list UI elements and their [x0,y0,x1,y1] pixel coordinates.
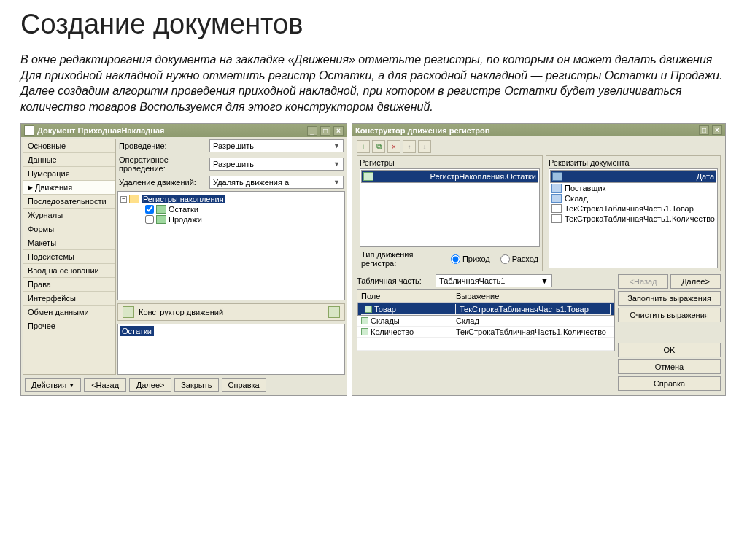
tabular-part-label: Табличная часть: [357,276,431,285]
radio-prihod[interactable]: Приход [451,254,490,264]
clear-expressions-button[interactable]: Очистить выражения [618,308,721,322]
tree-root-label[interactable]: Регистры накопления [142,195,225,203]
nav-interfeisy[interactable]: Интерфейсы [23,292,115,306]
movements-constructor-window: Конструктор движения регистров □ × + ⧉ ×… [352,123,726,396]
move-down-button[interactable]: ↓ [418,140,431,153]
move-up-button[interactable]: ↑ [403,140,416,153]
nav-numeratsiya[interactable]: Нумерация [23,167,115,181]
list-item-ostatki[interactable]: Остатки [120,326,154,336]
table-row[interactable]: Количество ТекСтрокаТабличнаяЧасть1.Коли… [357,327,614,338]
radio-rashod[interactable]: Расход [500,254,538,264]
maximize-button[interactable]: □ [699,125,709,135]
nav-prochee[interactable]: Прочее [23,319,115,333]
plus-register-icon [363,172,374,181]
constructor-icon [123,306,134,318]
help-button[interactable]: Справка [222,378,266,392]
chevron-down-icon: ▼ [333,142,340,149]
next-button[interactable]: Далее> [670,274,721,289]
tree-collapse-icon[interactable]: − [120,196,127,203]
oper-select[interactable]: Разрешить▼ [209,158,344,171]
wizard-icon[interactable] [328,306,340,318]
ok-button[interactable]: OK [618,343,721,357]
registers-panel-list: РегистрНакопления.Остатки [360,168,540,247]
close-button[interactable]: × [333,126,344,136]
oper-label: Оперативное проведение: [119,155,205,173]
rekv-item-tovar[interactable]: ТекСтрокаТабличнаяЧасть1.Товар [550,203,716,214]
ref-icon [551,194,562,203]
date-icon [552,172,562,181]
field-icon [361,317,368,324]
nav-vvod[interactable]: Ввод на основании [23,264,115,278]
registers-panel-label: Регистры [360,158,540,167]
fill-expressions-button[interactable]: Заполнить выражения [618,291,721,306]
nav-formy[interactable]: Формы [23,222,115,236]
col-header-field: Поле [357,290,452,303]
register-icon [156,205,166,214]
window-title: Конструктор движения регистров [355,126,490,135]
slide-title: Создание документов [20,9,727,40]
add-copy-button[interactable]: ⧉ [372,140,385,153]
rekvizity-panel-label: Реквизиты документа [549,158,718,167]
slide-description: В окне редактирования документа на закла… [20,52,727,114]
chevron-down-icon: ▼ [69,382,74,389]
back-button[interactable]: <Назад [618,274,668,289]
folder-icon [129,195,139,203]
back-button[interactable]: <Назад [84,378,126,392]
provedenie-select[interactable]: Разрешить▼ [209,139,344,152]
selected-registers-list: Остатки [117,324,345,375]
nav-podsistemy[interactable]: Подсистемы [23,250,115,264]
table-row-icon [551,204,562,213]
titlebar: Конструктор движения регистров □ × [352,124,725,136]
table-row[interactable]: Склады Склад [357,316,614,327]
nav-tabs: Основные Данные Нумерация ▶Движения Посл… [23,139,116,375]
ostatki-checkbox[interactable] [145,205,154,214]
minimize-button[interactable]: _ [307,126,317,136]
window-title: Документ ПриходнаяНакладная [37,126,164,135]
field-icon [361,328,368,335]
tree-ostatki-label[interactable]: Остатки [169,205,198,214]
tree-prodazhi-label[interactable]: Продажи [169,215,202,224]
document-editor-window: Документ ПриходнаяНакладная _ □ × Основн… [20,123,347,396]
document-icon [24,125,34,136]
help-button[interactable]: Справка [618,376,721,391]
nav-zhurnaly[interactable]: Журналы [23,209,115,222]
cancel-button[interactable]: Отмена [618,359,721,374]
tabular-part-select[interactable]: ТабличнаяЧасть1▼ [436,274,552,287]
nav-dvizheniya[interactable]: ▶Движения [23,181,115,195]
titlebar: Документ ПриходнаяНакладная _ □ × [21,124,347,137]
rekv-item-sklad[interactable]: Склад [550,193,716,203]
ref-icon [551,184,562,192]
registers-tree: − Регистры накопления Остатки [117,191,345,300]
rekvizity-panel-list: Дата Поставщик Склад ТекСтрокаТабличнаяЧ… [549,168,718,268]
udal-select[interactable]: Удалять движения а▼ [209,176,344,189]
nav-obmen[interactable]: Обмен данными [23,306,115,319]
add-button[interactable]: + [357,140,370,153]
rekv-item-data[interactable]: Дата [550,170,716,183]
field-icon [365,306,372,313]
close-button[interactable]: Закрыть [174,378,218,392]
rekv-item-kolichestvo[interactable]: ТекСтрокаТабличнаяЧасть1.Количество [550,214,716,224]
nav-makety[interactable]: Макеты [23,236,115,250]
rekv-item-postavshchik[interactable]: Поставщик [550,183,716,193]
nav-dannye[interactable]: Данные [23,153,115,167]
prodazhi-checkbox[interactable] [145,215,154,224]
nav-posledovatelnosti[interactable]: Последовательности [23,195,115,209]
next-button[interactable]: Далее> [129,378,171,392]
chevron-down-icon: ▼ [541,276,549,285]
chevron-down-icon: ▼ [333,179,340,186]
movement-type-label: Тип движения регистра: [361,250,441,268]
maximize-button[interactable]: □ [320,126,330,136]
toolbar: + ⧉ × ↑ ↓ [354,138,724,155]
table-row[interactable]: Товар ТекСтрокаТабличнаяЧасть1.Товар [357,303,614,316]
delete-button[interactable]: × [387,140,400,153]
chevron-down-icon: ▼ [333,160,340,168]
nav-prava[interactable]: Права [23,278,115,292]
table-row-icon [551,214,562,223]
provedenie-label: Проведение: [119,141,205,150]
close-button[interactable]: × [712,125,722,135]
register-item[interactable]: РегистрНакопления.Остатки [361,170,538,183]
actions-button[interactable]: Действия▼ [25,378,81,392]
udal-label: Удаление движений: [119,178,205,187]
col-header-expr: Выражение [452,290,614,303]
nav-osnovnye[interactable]: Основные [23,139,115,153]
